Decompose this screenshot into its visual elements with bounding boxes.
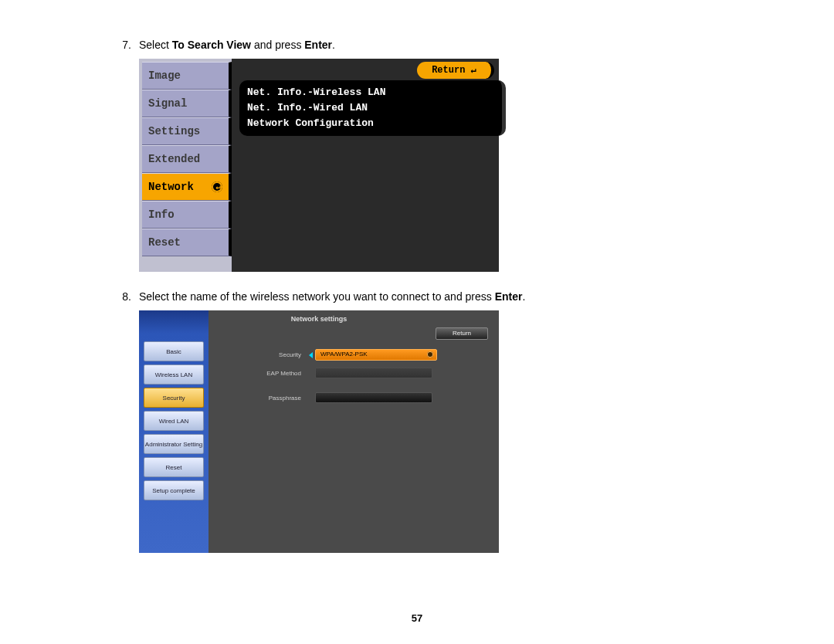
label-passphrase: Passphrase — [247, 395, 301, 402]
sidebar-item-wired-lan[interactable]: Wired LAN — [144, 411, 204, 431]
submenu-panel: Net. Info.-Wireless LAN Net. Info.-Wired… — [239, 80, 506, 136]
sidebar-item-reset[interactable]: Reset — [144, 457, 204, 477]
caret-left-icon — [309, 352, 313, 358]
sidebar-item-setup-complete[interactable]: Setup complete — [144, 480, 204, 500]
menu-item-extended[interactable]: Extended — [142, 145, 232, 173]
eap-value — [315, 368, 432, 378]
panel-title: Network settings — [291, 315, 348, 323]
step-number: 8. — [108, 290, 139, 303]
step-8: 8. Select the name of the wireless netwo… — [108, 290, 757, 303]
submenu-item-wired-lan[interactable]: Net. Info.-Wired LAN — [247, 100, 494, 116]
return-button[interactable]: Return — [436, 327, 488, 340]
sidebar-item-wireless-lan[interactable]: Wireless LAN — [144, 364, 204, 385]
row-passphrase: Passphrase — [247, 392, 432, 403]
step-7: 7. Select To Search View and press Enter… — [108, 39, 757, 51]
label-security: Security — [247, 351, 301, 358]
security-value[interactable]: WPA/WPA2-PSK — [315, 349, 437, 361]
settings-sidebar: Basic Wireless LAN Security Wired LAN Ad… — [139, 310, 208, 553]
sidebar-item-basic[interactable]: Basic — [144, 341, 204, 361]
menu-item-image[interactable]: Image — [142, 62, 232, 90]
menu-item-info[interactable]: Info — [142, 201, 232, 229]
sidebar-item-security[interactable]: Security — [144, 388, 204, 408]
row-security: Security WPA/WPA2-PSK — [247, 349, 437, 361]
menu-item-settings[interactable]: Settings — [142, 117, 232, 145]
submenu-item-network-config[interactable]: Network Configuration — [247, 116, 494, 131]
menu-item-reset[interactable]: Reset — [142, 229, 232, 256]
menu-sidebar: Image Signal Settings Extended Network I… — [142, 62, 232, 256]
return-button[interactable]: Return ↵ — [417, 62, 494, 79]
screenshot-network-settings: Network settings Return Basic Wireless L… — [139, 310, 499, 553]
label-eap: EAP Method — [247, 370, 301, 377]
sidebar-item-admin[interactable]: Administrator Setting — [144, 434, 204, 454]
step-text: Select To Search View and press Enter. — [139, 39, 757, 51]
page-number: 57 — [412, 612, 422, 624]
step-number: 7. — [108, 39, 139, 51]
passphrase-value[interactable] — [315, 392, 432, 403]
menu-item-signal[interactable]: Signal — [142, 90, 232, 117]
screenshot-projector-menu: Image Signal Settings Extended Network I… — [139, 59, 499, 272]
step-text: Select the name of the wireless network … — [139, 290, 757, 303]
row-eap: EAP Method — [247, 368, 432, 378]
menu-item-network[interactable]: Network — [142, 173, 232, 201]
submenu-item-wireless-lan[interactable]: Net. Info.-Wireless LAN — [247, 85, 494, 100]
